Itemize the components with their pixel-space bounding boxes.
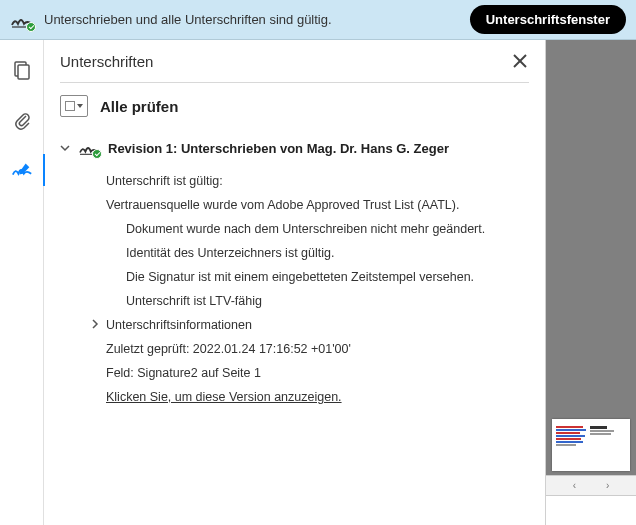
signature-valid-icon [78,139,100,157]
revision-header[interactable]: Revision 1: Unterschrieben von Mag. Dr. … [60,133,529,163]
detail-valid: Unterschrift ist gültig: [106,169,529,193]
bottom-bar [546,495,636,525]
chevron-down-icon [60,139,70,157]
thumb-next[interactable]: › [606,480,609,491]
signatures-panel: Unterschriften Alle prüfen Revision 1 [44,40,546,525]
svg-rect-2 [18,65,29,79]
detail-unchanged: Dokument wurde nach dem Unterschreiben n… [106,217,529,241]
signature-info-toggle[interactable]: Unterschriftsinformationen [90,313,529,337]
close-panel-button[interactable] [511,52,529,70]
left-tool-strip [0,40,44,525]
detail-ltv: Unterschrift ist LTV-fähig [106,289,529,313]
thumbnail-nav: ‹ › [546,475,636,495]
check-all-menu-button[interactable] [60,95,88,117]
signature-info-label: Unterschriftsinformationen [106,318,252,332]
view-version-link[interactable]: Klicken Sie, um diese Version anzuzeigen… [106,385,529,409]
pages-tool[interactable] [10,58,34,82]
attachments-tool[interactable] [10,108,34,132]
check-all-label: Alle prüfen [100,98,178,115]
detail-field: Feld: Signature2 auf Seite 1 [106,361,529,385]
signature-panel-button[interactable]: Unterschriftsfenster [470,5,626,34]
detail-last-checked: Zuletzt geprüft: 2022.01.24 17:16:52 +01… [106,337,529,361]
signature-valid-icon [10,10,34,30]
detail-identity: Identität des Unterzeichners ist gültig. [106,241,529,265]
signatures-tool[interactable] [10,158,34,182]
page-thumbnail[interactable] [552,419,630,471]
detail-trust: Vertrauensquelle wurde vom Adobe Approve… [106,193,529,217]
document-preview-area: ‹ › [546,40,636,525]
signature-status-banner: Unterschrieben und alle Unterschriften s… [0,0,636,40]
revision-title: Revision 1: Unterschrieben von Mag. Dr. … [108,141,449,156]
chevron-right-icon [90,318,100,332]
thumb-prev[interactable]: ‹ [573,480,576,491]
banner-message: Unterschrieben und alle Unterschriften s… [44,12,460,27]
panel-title: Unterschriften [60,53,153,70]
detail-timestamp: Die Signatur ist mit einem eingebetteten… [106,265,529,289]
